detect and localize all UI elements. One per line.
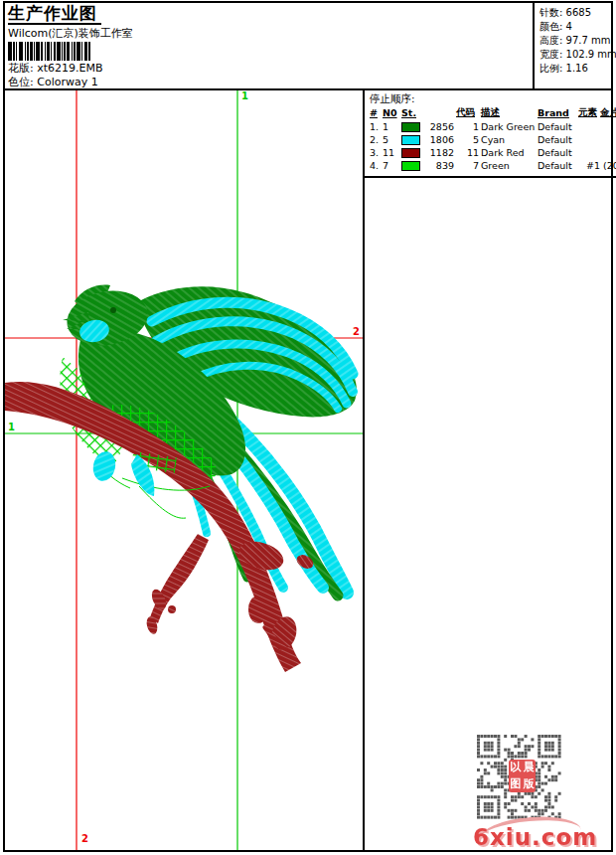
pattern-file-value: xt6219.EMB [37,62,102,75]
registration-mark-start-h: 1 [8,423,15,432]
stop-row-desc: Dark Green [481,121,538,132]
stop-row-code: 5 [456,134,481,145]
header-left: 生产作业图 Wilcom(汇京)装饰工作室 花版: xt6219.EMB 色位:… [8,4,149,88]
stop-row-stitches: 2856 [425,121,456,132]
scale-value: 1.16 [566,63,588,74]
width-label: 宽度: [539,49,562,60]
stop-row-brand: Default [538,147,578,158]
sheet-frame: 生产作业图 Wilcom(汇京)装饰工作室 花版: xt6219.EMB 色位:… [3,1,613,852]
height-row: 高度: 97.7 mm [539,35,611,46]
production-worksheet: 生产作业图 Wilcom(汇京)装饰工作室 花版: xt6219.EMB 色位:… [0,0,616,855]
stop-row-brand: Default [538,134,578,145]
design-canvas: 1 2 1 2 [5,90,365,850]
registration-mark-end-h: 2 [353,327,360,337]
barcode [8,42,149,61]
thread-color-swatch [401,122,420,132]
stitch-count-row: 针数: 6685 [539,7,611,18]
stamp-char: 图 [510,778,521,790]
site-logo: 6xiu.com [473,824,597,850]
bird-design [5,284,357,672]
colorway-value: Colorway 1 [37,76,97,88]
stitch-count-value: 6685 [566,7,591,18]
stop-row-stitches: 1182 [425,147,456,158]
stop-row-code: 1 [456,121,481,132]
col-header-number: # [370,107,383,118]
stop-row-desc: Cyan [481,134,538,145]
height-label: 高度: [539,35,562,46]
thread-color-swatch [401,135,420,145]
col-header-elements: 元素 [578,106,586,119]
scale-row: 比例: 1.16 [539,63,611,74]
stop-row-needle: 1 [383,121,401,132]
stop-row-idx: 2. [370,134,383,145]
color-count-label: 颜色: [539,21,562,32]
col-header-code: 代码 [456,106,481,119]
stop-row-needle: 11 [383,147,401,158]
stop-row-needle: 5 [383,134,401,145]
stop-row-idx: 1. [370,121,383,132]
stop-row-idx: 4. [370,160,383,171]
qr-center-stamp: 以 晨 图 版 [509,760,536,792]
body: 1 2 1 2 停止顺序: # N0 St. 代码 描述 Brand [5,90,611,850]
col-header-needle: N0 [383,107,401,118]
height-value: 97.7 mm [566,35,611,46]
design-info-box: 针数: 6685 颜色: 4 高度: 97.7 mm 宽度: 102.9 mm … [533,3,611,88]
registration-mark-end-v: 2 [81,834,88,844]
stop-row-sequins: #1 (206) [586,160,616,171]
page-title: 生产作业图 [8,4,101,25]
col-header-stitches: St. [401,107,456,118]
stop-row-desc: Dark Red [481,147,538,158]
stop-sequence-block: 停止顺序: # N0 St. 代码 描述 Brand 元素 金片数 1. 1 [365,90,616,178]
stop-row-brand: Default [538,121,578,132]
stop-sequence-table: # N0 St. 代码 描述 Brand 元素 金片数 1. 1 2856 1 [370,106,616,171]
col-header-brand: Brand [538,107,578,118]
thread-color-swatch [401,161,420,171]
color-count-value: 4 [566,21,572,32]
stop-row-idx: 3. [370,147,383,158]
thread-color-swatch [401,148,420,158]
scale-label: 比例: [539,63,562,74]
stop-row-stitches: 1806 [425,134,456,145]
pattern-file-label: 花版: [8,62,34,75]
stop-row-brand: Default [538,160,578,171]
stop-row-desc: Green [481,160,538,171]
col-header-sequins: 金片数 [586,106,616,119]
stop-row-stitches: 839 [425,160,456,171]
stop-row-code: 11 [456,147,481,158]
registration-mark-start-v: 1 [241,91,248,101]
stamp-char: 以 [510,762,521,773]
width-row: 宽度: 102.9 mm [539,49,611,60]
color-count-row: 颜色: 4 [539,21,611,32]
pattern-file-line: 花版: xt6219.EMB [8,63,149,75]
stop-sequence-title: 停止顺序: [370,92,616,104]
stamp-char: 晨 [524,762,535,773]
side-panel: 停止顺序: # N0 St. 代码 描述 Brand 元素 金片数 1. 1 [365,90,616,850]
embroidery-design [5,90,363,850]
colorway-line: 色位: Colorway 1 [8,77,149,88]
stop-row-code: 7 [456,160,481,171]
colorway-label: 色位: [8,76,34,88]
stitch-count-label: 针数: [539,7,562,18]
stamp-char: 版 [524,778,535,790]
width-value: 102.9 mm [566,49,616,60]
stop-row-needle: 7 [383,160,401,171]
studio-name: Wilcom(汇京)装饰工作室 [8,28,149,40]
header: 生产作业图 Wilcom(汇京)装饰工作室 花版: xt6219.EMB 色位:… [5,3,611,90]
col-header-desc: 描述 [481,106,538,119]
